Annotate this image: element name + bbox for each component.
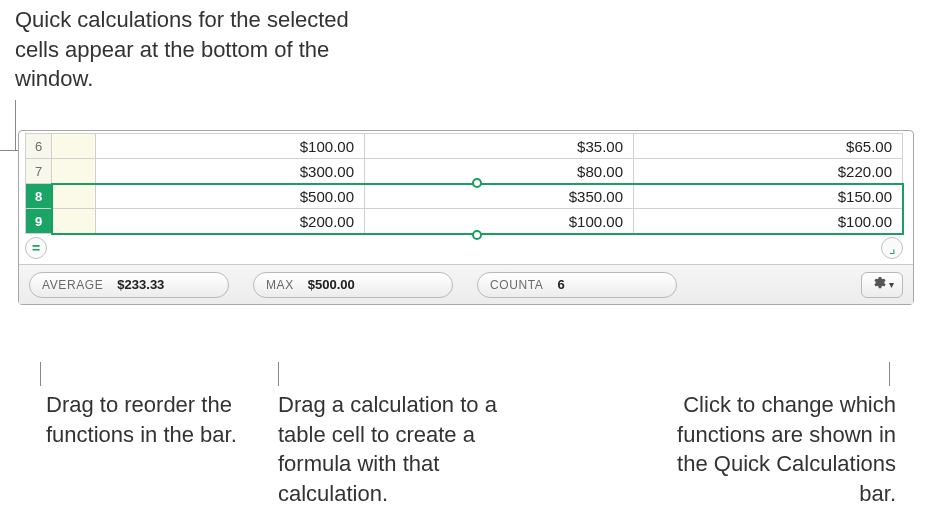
cell[interactable]: $300.00 — [96, 159, 365, 184]
table-row[interactable]: 8$500.00$350.00$150.00 — [26, 184, 903, 209]
spreadsheet-window: 6$100.00$35.00$65.007$300.00$80.00$220.0… — [18, 130, 914, 305]
add-row-button[interactable]: = — [25, 237, 47, 259]
spreadsheet-grid: 6$100.00$35.00$65.007$300.00$80.00$220.0… — [19, 131, 913, 264]
cell[interactable]: $65.00 — [634, 134, 903, 159]
quick-calculations-settings-button[interactable]: ▾ — [861, 272, 903, 298]
callout-drag-reorder: Drag to reorder the functions in the bar… — [46, 390, 251, 449]
cell[interactable]: $150.00 — [634, 184, 903, 209]
spacer-cell[interactable] — [52, 209, 96, 234]
cell[interactable]: $200.00 — [96, 209, 365, 234]
quick-calc-function-label: COUNTA — [490, 278, 543, 292]
row-header[interactable]: 6 — [26, 134, 52, 159]
quick-calc-pill-average[interactable]: AVERAGE$233.33 — [29, 272, 229, 298]
cell[interactable]: $100.00 — [634, 209, 903, 234]
cell[interactable]: $500.00 — [96, 184, 365, 209]
quick-calculations-bar: AVERAGE$233.33MAX$500.00COUNTA6 ▾ — [19, 264, 913, 304]
spacer-cell[interactable] — [52, 184, 96, 209]
table-resize-handle[interactable]: ⌟ — [881, 237, 903, 259]
quick-calc-function-label: AVERAGE — [42, 278, 103, 292]
leader-line — [889, 362, 890, 386]
quick-calc-function-label: MAX — [266, 278, 294, 292]
quick-calc-pill-max[interactable]: MAX$500.00 — [253, 272, 453, 298]
table-row[interactable]: 9$200.00$100.00$100.00 — [26, 209, 903, 234]
table-row[interactable]: 6$100.00$35.00$65.00 — [26, 134, 903, 159]
spacer-cell[interactable] — [52, 159, 96, 184]
quick-calc-value: $233.33 — [117, 277, 164, 292]
leader-line — [40, 362, 41, 386]
row-header[interactable]: 7 — [26, 159, 52, 184]
spacer-cell[interactable] — [52, 134, 96, 159]
table-row[interactable]: 7$300.00$80.00$220.00 — [26, 159, 903, 184]
row-header[interactable]: 8 — [26, 184, 52, 209]
table[interactable]: 6$100.00$35.00$65.007$300.00$80.00$220.0… — [25, 133, 903, 234]
callout-gear-change-functions: Click to change which functions are show… — [641, 390, 896, 509]
cell[interactable]: $100.00 — [96, 134, 365, 159]
cell[interactable]: $80.00 — [365, 159, 634, 184]
leader-line — [0, 150, 18, 151]
cell[interactable]: $350.00 — [365, 184, 634, 209]
quick-calc-value: $500.00 — [308, 277, 355, 292]
chevron-down-icon: ▾ — [889, 279, 894, 290]
quick-calc-value: 6 — [557, 277, 564, 292]
callout-drag-to-cell: Drag a calculation to a table cell to cr… — [278, 390, 528, 509]
gear-icon — [871, 275, 886, 294]
quick-calc-pill-counta[interactable]: COUNTA6 — [477, 272, 677, 298]
cell[interactable]: $220.00 — [634, 159, 903, 184]
cell[interactable]: $100.00 — [365, 209, 634, 234]
leader-line — [15, 100, 16, 150]
leader-line — [278, 362, 279, 386]
row-header[interactable]: 9 — [26, 209, 52, 234]
cell[interactable]: $35.00 — [365, 134, 634, 159]
callout-quick-calculations: Quick calculations for the selected cell… — [15, 5, 355, 94]
